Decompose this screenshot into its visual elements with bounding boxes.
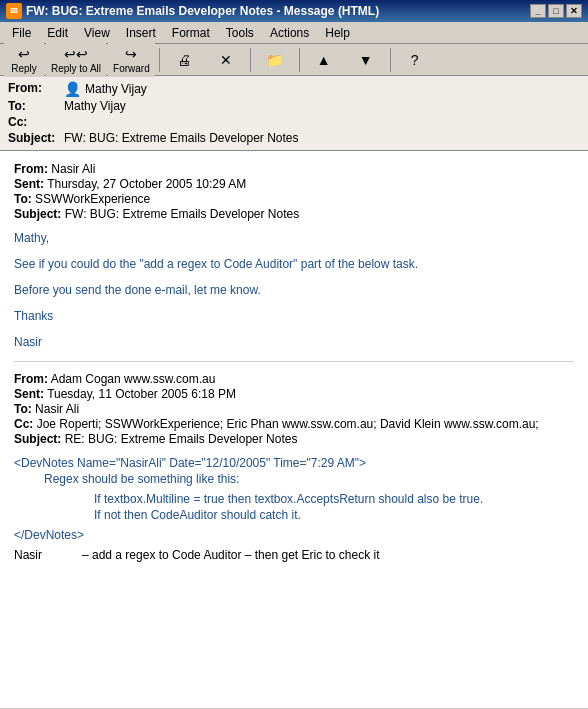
move-icon: 📁 — [266, 51, 284, 69]
body-thanks: Thanks — [14, 307, 574, 325]
fwd2-to-value: Nasir Ali — [35, 402, 79, 416]
menu-help[interactable]: Help — [317, 24, 358, 42]
app-icon: ✉ — [6, 3, 22, 19]
menu-insert[interactable]: Insert — [118, 24, 164, 42]
print-button[interactable]: 🖨 — [164, 48, 204, 72]
reply-all-icon: ↩↩ — [67, 45, 85, 63]
move-button[interactable]: 📁 — [255, 48, 295, 72]
devnotes-close: </DevNotes> — [14, 528, 574, 542]
toolbar-separator-2 — [250, 48, 251, 72]
menu-file[interactable]: File — [4, 24, 39, 42]
fwd1-subject-label: Subject: — [14, 207, 61, 221]
task-name: Nasir — [14, 548, 74, 562]
fwd2-from-label: From: — [14, 372, 48, 386]
close-button[interactable]: ✕ — [566, 4, 582, 18]
devnotes-line1: Regex should be something like this: — [44, 470, 574, 488]
person-icon: 👤 — [64, 81, 81, 97]
toolbar: ↩ Reply ↩↩ Reply to All ↪ Forward 🖨 ✕ 📁 … — [0, 44, 588, 76]
fwd1-to-value: SSWWorkExperience — [35, 192, 150, 206]
menu-actions[interactable]: Actions — [262, 24, 317, 42]
task-row: Nasir – add a regex to Code Auditor – th… — [14, 548, 574, 562]
fwd2-subject-label: Subject: — [14, 432, 61, 446]
greeting: Mathy, — [14, 229, 574, 247]
devnotes-code2: If not then CodeAuditor should catch it. — [94, 508, 574, 522]
reply-button[interactable]: ↩ Reply — [4, 42, 44, 77]
cc-label: Cc: — [8, 115, 64, 129]
subject-value: FW: BUG: Extreme Emails Developer Notes — [64, 131, 299, 145]
to-label: To: — [8, 99, 64, 113]
body-sign: Nasir — [14, 333, 574, 351]
subject-label: Subject: — [8, 131, 64, 145]
fwd2-cc-label: Cc: — [14, 417, 33, 431]
email-text-body: Mathy, See if you could do the "add a re… — [14, 229, 574, 351]
devnotes-open: <DevNotes Name="NasirAli" Date="12/10/20… — [14, 456, 574, 470]
minimize-button[interactable]: _ — [530, 4, 546, 18]
fwd1-subject-value: FW: BUG: Extreme Emails Developer Notes — [65, 207, 300, 221]
fwd1-from-value: Nasir Ali — [51, 162, 95, 176]
forward-icon: ↪ — [122, 45, 140, 63]
email-body: From: Nasir Ali Sent: Thursday, 27 Octob… — [0, 151, 588, 708]
from-value: 👤 Mathy Vijay — [64, 81, 147, 97]
prev-button[interactable]: ▲ — [304, 48, 344, 72]
menu-bar: File Edit View Insert Format Tools Actio… — [0, 22, 588, 44]
reply-all-button[interactable]: ↩↩ Reply to All — [46, 42, 106, 77]
title-bar: ✉ FW: BUG: Extreme Emails Developer Note… — [0, 0, 588, 22]
menu-tools[interactable]: Tools — [218, 24, 262, 42]
fwd2-to-label: To: — [14, 402, 32, 416]
menu-edit[interactable]: Edit — [39, 24, 76, 42]
print-icon: 🖨 — [175, 51, 193, 69]
next-icon: ▼ — [357, 51, 375, 69]
fwd1-header: From: Nasir Ali Sent: Thursday, 27 Octob… — [14, 162, 574, 221]
fwd1-sent-value: Thursday, 27 October 2005 10:29 AM — [47, 177, 246, 191]
fwd1-to-label: To: — [14, 192, 32, 206]
from-label: From: — [8, 81, 64, 97]
toolbar-separator-1 — [159, 48, 160, 72]
prev-icon: ▲ — [315, 51, 333, 69]
fwd2-from-value: Adam Cogan www.ssw.com.au — [51, 372, 216, 386]
body-line2: Before you send the done e-mail, let me … — [14, 281, 574, 299]
menu-format[interactable]: Format — [164, 24, 218, 42]
toolbar-separator-3 — [299, 48, 300, 72]
email-divider — [14, 361, 574, 362]
reply-icon: ↩ — [15, 45, 33, 63]
delete-button[interactable]: ✕ — [206, 48, 246, 72]
delete-icon: ✕ — [217, 51, 235, 69]
forward-button[interactable]: ↪ Forward — [108, 42, 155, 77]
fwd2-header: From: Adam Cogan www.ssw.com.au Sent: Tu… — [14, 372, 574, 446]
maximize-button[interactable]: □ — [548, 4, 564, 18]
to-value: Mathy Vijay — [64, 99, 126, 113]
devnotes-code1: If textbox.Multiline = true then textbox… — [94, 492, 574, 506]
toolbar-separator-4 — [390, 48, 391, 72]
fwd2-subject-value: RE: BUG: Extreme Emails Developer Notes — [65, 432, 298, 446]
menu-view[interactable]: View — [76, 24, 118, 42]
fwd2-sent-label: Sent: — [14, 387, 44, 401]
task-desc: – add a regex to Code Auditor – then get… — [82, 548, 380, 562]
help-button[interactable]: ? — [395, 48, 435, 72]
email-header: From: 👤 Mathy Vijay To: Mathy Vijay Cc: … — [0, 76, 588, 151]
help-icon: ? — [406, 51, 424, 69]
fwd2-sent-value: Tuesday, 11 October 2005 6:18 PM — [47, 387, 236, 401]
body-line1: See if you could do the "add a regex to … — [14, 255, 574, 273]
fwd2-cc-value: Joe Roperti; SSWWorkExperience; Eric Pha… — [37, 417, 539, 431]
fwd1-sent-label: Sent: — [14, 177, 44, 191]
fwd1-from-label: From: — [14, 162, 48, 176]
next-button[interactable]: ▼ — [346, 48, 386, 72]
window-title: FW: BUG: Extreme Emails Developer Notes … — [26, 4, 379, 18]
